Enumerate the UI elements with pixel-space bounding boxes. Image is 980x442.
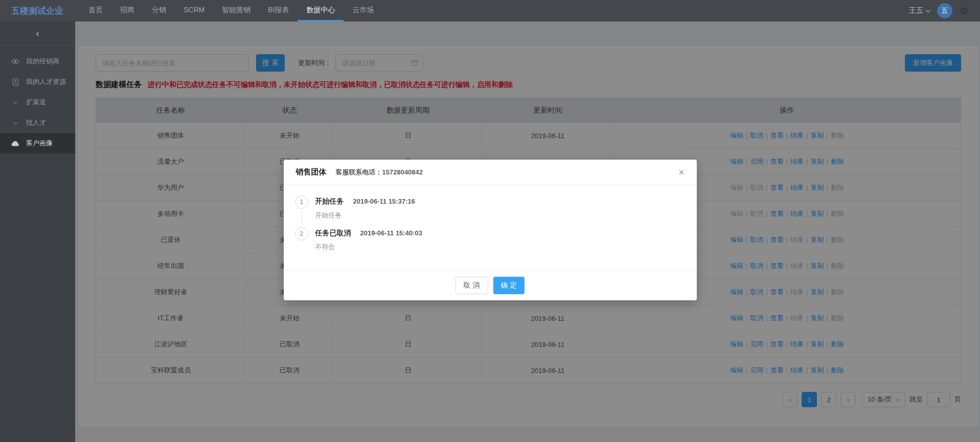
sidebar-item-label: 我的经销商 <box>26 57 59 66</box>
step-description: 不符合 <box>315 242 685 252</box>
chevron-down-icon <box>926 7 931 12</box>
user-menu[interactable]: 王五 <box>909 6 930 15</box>
timeline-step: 2任务已取消2019-06-11 15:40:03不符合 <box>295 228 685 252</box>
sidebar-item-3[interactable]: 扩渠道 <box>0 92 75 113</box>
talent-badge-icon <box>11 78 19 86</box>
step-connector <box>302 211 302 225</box>
close-icon[interactable]: × <box>678 167 684 177</box>
step-description: 开始任务 <box>315 211 685 220</box>
nav-right: 王五 五 ⚙ <box>909 3 969 18</box>
sidebar-item-2[interactable]: 我的人才资源 <box>0 72 75 92</box>
cloud-icon <box>11 139 19 147</box>
top-navbar: 五楼测试企业 首页招商分销SCRM智能营销BI报表数据中心云市场 王五 五 ⚙ <box>0 0 980 21</box>
sidebar: ‹ 我的经销商我的人才资源扩渠道找人才客户画像 <box>0 21 75 442</box>
nav-items: 首页招商分销SCRM智能营销BI报表数据中心云市场 <box>80 0 382 21</box>
avatar[interactable]: 五 <box>937 3 952 18</box>
modal-title: 销售团体 <box>296 167 327 177</box>
nav-item-7[interactable]: 数据中心 <box>298 0 344 21</box>
step-title: 开始任务 <box>315 197 344 206</box>
dealer-icon <box>11 57 19 65</box>
step-title: 任务已取消 <box>315 229 351 238</box>
sidebar-collapse-button[interactable]: ‹ <box>0 21 75 46</box>
nav-item-1[interactable]: 首页 <box>80 0 111 21</box>
step-number: 2 <box>295 227 308 240</box>
step-head: 开始任务2019-06-11 15:37:16 <box>315 196 685 206</box>
modal-steps: 1开始任务2019-06-11 15:37:16开始任务2任务已取消2019-0… <box>284 185 697 270</box>
step-head: 任务已取消2019-06-11 15:40:03 <box>315 228 685 238</box>
timeline-step: 1开始任务2019-06-11 15:37:16开始任务 <box>295 196 685 220</box>
modal-footer: 取 消 确 定 <box>284 270 697 300</box>
gear-icon[interactable]: ⚙ <box>960 6 969 16</box>
sidebar-item-label: 客户画像 <box>26 139 53 148</box>
chevron-left-icon: ‹ <box>36 28 39 39</box>
nav-item-5[interactable]: 智能营销 <box>213 0 259 21</box>
sidebar-item-label: 扩渠道 <box>26 98 46 107</box>
confirm-button[interactable]: 确 定 <box>493 277 525 294</box>
sidebar-item-5[interactable]: 客户画像 <box>0 133 75 153</box>
cancel-button[interactable]: 取 消 <box>455 277 488 294</box>
step-time: 2019-06-11 15:40:03 <box>360 229 422 237</box>
sidebar-item-1[interactable]: 我的经销商 <box>0 51 75 72</box>
chevron-down-icon <box>11 98 19 106</box>
sidebar-item-label: 我的人才资源 <box>26 77 66 86</box>
task-detail-modal: 销售团体 客服联系电话：15728040842 × 1开始任务2019-06-1… <box>284 160 697 300</box>
chevron-down-icon <box>11 119 19 127</box>
sidebar-item-label: 找人才 <box>26 118 46 127</box>
sidebar-menu: 我的经销商我的人才资源扩渠道找人才客户画像 <box>0 46 75 153</box>
nav-item-3[interactable]: 分销 <box>143 0 175 21</box>
modal-subtitle: 客服联系电话：15728040842 <box>336 168 423 177</box>
nav-item-4[interactable]: SCRM <box>175 0 213 21</box>
modal-header: 销售团体 客服联系电话：15728040842 × <box>284 160 697 185</box>
nav-item-2[interactable]: 招商 <box>111 0 143 21</box>
nav-item-8[interactable]: 云市场 <box>344 0 382 21</box>
user-name: 王五 <box>909 6 923 15</box>
nav-item-6[interactable]: BI报表 <box>259 0 298 21</box>
app-logo: 五楼测试企业 <box>11 5 63 17</box>
step-time: 2019-06-11 15:37:16 <box>353 197 415 205</box>
sidebar-item-4[interactable]: 找人才 <box>0 113 75 133</box>
step-number: 1 <box>295 195 308 209</box>
